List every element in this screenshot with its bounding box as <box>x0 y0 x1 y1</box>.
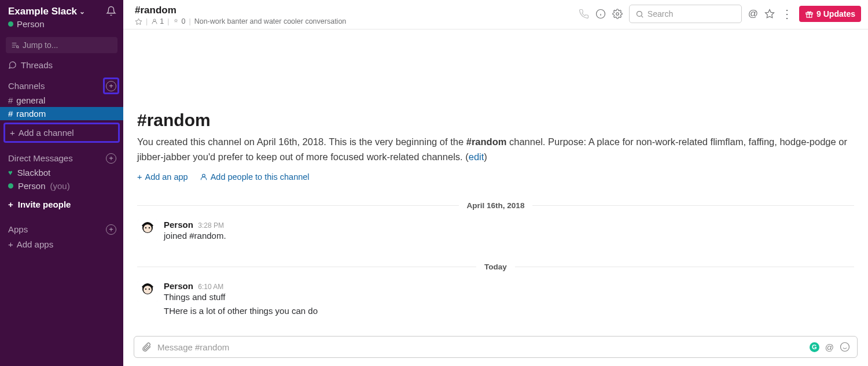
edit-purpose-link[interactable]: edit <box>469 151 484 162</box>
add-people-link[interactable]: Add people to this channel <box>200 172 310 182</box>
more-icon[interactable]: ⋮ <box>781 8 793 20</box>
add-app-link[interactable]: + Add an app <box>137 172 188 182</box>
composer-placeholder: Message #random <box>157 342 229 352</box>
pins-count: 0 <box>181 17 185 25</box>
search-icon <box>635 10 644 19</box>
jump-to-input[interactable]: Jump to... <box>6 37 117 53</box>
members-icon[interactable]: 1 <box>151 17 164 25</box>
chevron-down-icon: ⌄ <box>79 8 85 16</box>
plus-icon: + <box>137 172 142 182</box>
jump-to-label: Jump to... <box>23 40 58 50</box>
search-input[interactable]: Search <box>629 5 742 23</box>
attach-icon[interactable] <box>141 342 152 352</box>
dm-label: Person <box>18 181 46 191</box>
phone-icon[interactable] <box>579 9 589 19</box>
threads-icon <box>8 61 17 69</box>
message-row[interactable]: Person 6:10 AM Things and stuff <box>137 279 854 304</box>
mention-icon[interactable]: @ <box>825 342 834 352</box>
plus-circle-icon[interactable]: + <box>106 81 116 91</box>
apps-header[interactable]: Apps <box>8 224 28 234</box>
star-outline-icon[interactable] <box>764 9 775 19</box>
date-divider: April 16th, 2018 <box>137 200 854 210</box>
intro-title: #random <box>137 110 854 130</box>
mentions-icon[interactable]: @ <box>748 8 758 20</box>
svg-line-8 <box>641 16 643 17</box>
svg-point-24 <box>841 343 849 352</box>
main-pane: #random | 1 | 0 | Non- <box>123 0 868 366</box>
team-name: Example Slack <box>8 6 77 17</box>
svg-point-7 <box>637 11 642 16</box>
plus-icon: + <box>8 239 13 249</box>
channel-title[interactable]: #random <box>135 5 346 16</box>
plus-icon: + <box>10 128 15 138</box>
svg-point-6 <box>616 13 619 16</box>
star-icon[interactable] <box>135 18 142 25</box>
threads-label: Threads <box>21 60 53 70</box>
avatar[interactable] <box>137 220 158 241</box>
message-time: 3:28 PM <box>198 221 224 230</box>
message-row[interactable]: Person 3:28 PM joined #random. <box>137 217 854 243</box>
you-label: (you) <box>50 181 70 191</box>
add-channel-label: Add a channel <box>19 128 74 138</box>
person-icon <box>200 173 208 181</box>
message-list: #random You created this channel on Apri… <box>123 29 868 330</box>
svg-marker-9 <box>766 10 774 18</box>
sidebar: Example Slack ⌄ Person Jump to... <box>0 0 123 366</box>
message-text: Things and stuff <box>164 292 225 302</box>
emoji-icon[interactable] <box>840 342 850 352</box>
channel-general[interactable]: # general <box>0 94 123 107</box>
add-apps-link[interactable]: + Add apps <box>0 237 123 252</box>
hash-icon: # <box>8 95 13 105</box>
avatar[interactable] <box>137 281 158 302</box>
svg-point-18 <box>149 227 150 228</box>
gift-icon <box>805 10 814 19</box>
user-name: Person <box>17 19 45 29</box>
search-list-icon <box>11 41 19 49</box>
search-placeholder: Search <box>648 9 673 19</box>
current-user[interactable]: Person <box>8 19 85 29</box>
updates-button[interactable]: 9 Updates <box>799 6 861 22</box>
updates-label: 9 Updates <box>816 9 855 19</box>
hash-icon: # <box>8 109 13 119</box>
bell-icon[interactable] <box>106 6 116 16</box>
message-author[interactable]: Person <box>164 220 193 230</box>
dm-label: Slackbot <box>17 168 51 178</box>
presence-dot-icon <box>8 21 13 27</box>
svg-point-2 <box>153 19 156 21</box>
dm-self[interactable]: Person (you) <box>0 179 123 193</box>
invite-people-link[interactable]: + Invite people <box>0 193 123 216</box>
add-channel-link[interactable]: + Add a channel <box>3 123 120 143</box>
info-icon[interactable] <box>595 9 606 19</box>
grammarly-icon[interactable]: G <box>810 342 819 352</box>
channel-random[interactable]: # random <box>0 107 123 120</box>
channel-label: random <box>16 109 46 119</box>
add-apps-label: Add apps <box>17 239 53 249</box>
message-time: 6:10 AM <box>198 283 223 291</box>
svg-point-22 <box>145 289 146 290</box>
plus-circle-icon[interactable]: + <box>106 224 116 235</box>
channel-header: #random | 1 | 0 | Non- <box>123 0 868 29</box>
members-count: 1 <box>160 17 164 25</box>
svg-marker-1 <box>135 19 142 24</box>
dm-slackbot[interactable]: ♥ Slackbot <box>0 166 123 179</box>
presence-dot-icon <box>8 183 13 188</box>
pins-icon[interactable]: 0 <box>172 17 185 25</box>
message-text: joined #random. <box>164 231 226 241</box>
svg-point-16 <box>144 224 152 232</box>
heart-icon: ♥ <box>8 168 13 177</box>
channels-header[interactable]: Channels <box>8 81 45 91</box>
threads-link[interactable]: Threads <box>0 58 123 72</box>
svg-point-23 <box>149 289 150 290</box>
add-channel-highlight: + <box>106 80 116 91</box>
channel-topic[interactable]: Non-work banter and water cooler convers… <box>194 17 347 25</box>
plus-icon: + <box>8 199 13 209</box>
plus-circle-icon[interactable]: + <box>106 153 116 164</box>
team-switcher[interactable]: Example Slack ⌄ <box>8 6 85 17</box>
channel-intro: #random You created this channel on Apri… <box>137 29 854 182</box>
gear-icon[interactable] <box>612 9 623 19</box>
dm-header[interactable]: Direct Messages <box>8 153 73 163</box>
message-author[interactable]: Person <box>164 281 193 291</box>
message-composer[interactable]: Message #random G @ <box>134 336 858 358</box>
svg-point-21 <box>144 286 152 294</box>
intro-description: You created this channel on April 16th, … <box>137 135 854 164</box>
